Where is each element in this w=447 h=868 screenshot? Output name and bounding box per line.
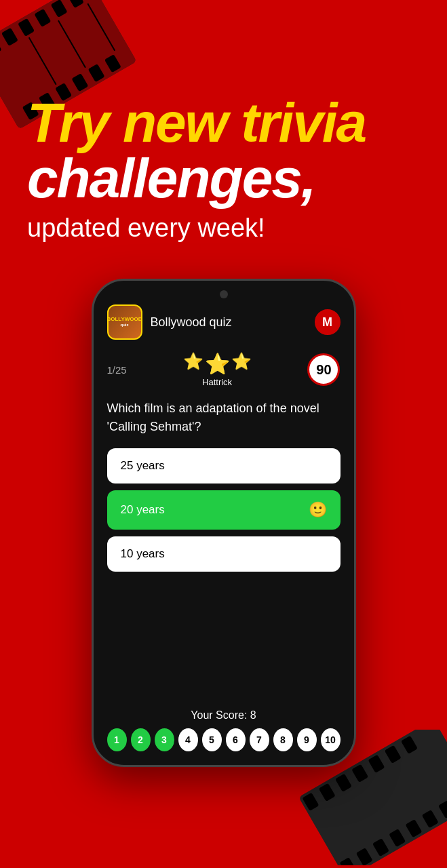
stars-section: ⭐ ⭐ ⭐ Hattrick: [183, 352, 252, 387]
num-circle-9[interactable]: 9: [297, 728, 317, 751]
header-line3: updated every week!: [27, 212, 420, 245]
answer-text-1: 25 years: [121, 459, 165, 473]
answer-option-1[interactable]: 25 years: [107, 448, 341, 484]
answer-text-3: 10 years: [121, 547, 165, 561]
num-circle-10[interactable]: 10: [321, 728, 341, 751]
phone-mockup: BOLLYWOODquiz Bollywood quiz M 1/25 ⭐ ⭐ …: [92, 279, 356, 767]
star-1: ⭐: [183, 352, 203, 376]
num-circle-3[interactable]: 3: [155, 728, 174, 751]
score-label: Your Score: 8: [107, 709, 341, 722]
header-line1: Try new trivia: [27, 95, 420, 151]
number-circles: 12345678910: [107, 728, 341, 751]
quiz-icon: BOLLYWOODquiz: [107, 304, 142, 340]
num-circle-7[interactable]: 7: [250, 728, 269, 751]
score-section: Your Score: 8 12345678910: [107, 703, 341, 751]
progress-count: 1/25: [107, 364, 127, 376]
phone-notch: [220, 290, 228, 298]
answer-text-2: 20 years: [121, 503, 165, 517]
header-line2: challenges,: [27, 151, 420, 206]
phone-container: BOLLYWOODquiz Bollywood quiz M 1/25 ⭐ ⭐ …: [0, 279, 447, 767]
answer-emoji-2: 🙂: [309, 501, 327, 519]
progress-row: 1/25 ⭐ ⭐ ⭐ Hattrick 90: [107, 352, 341, 387]
quiz-header: BOLLYWOODquiz Bollywood quiz M: [107, 304, 341, 340]
timer-circle: 90: [307, 353, 340, 386]
star-3: ⭐: [231, 352, 252, 376]
phone-content: BOLLYWOODquiz Bollywood quiz M 1/25 ⭐ ⭐ …: [94, 281, 354, 765]
num-circle-8[interactable]: 8: [273, 728, 293, 751]
answer-option-2[interactable]: 20 years 🙂: [107, 490, 341, 530]
quiz-title: Bollywood quiz: [151, 315, 315, 330]
num-circle-4[interactable]: 4: [178, 728, 198, 751]
stars: ⭐ ⭐ ⭐: [183, 352, 252, 376]
answer-option-3[interactable]: 10 years: [107, 536, 341, 572]
user-avatar: M: [315, 309, 341, 335]
num-circle-6[interactable]: 6: [226, 728, 246, 751]
num-circle-1[interactable]: 1: [107, 728, 127, 751]
star-2: ⭐: [205, 352, 230, 376]
hattrick-label: Hattrick: [202, 377, 232, 387]
question-text: Which film is an adaptation of the novel…: [107, 399, 341, 436]
num-circle-2[interactable]: 2: [131, 728, 151, 751]
header-section: Try new trivia challenges, updated every…: [0, 0, 447, 265]
num-circle-5[interactable]: 5: [202, 728, 222, 751]
